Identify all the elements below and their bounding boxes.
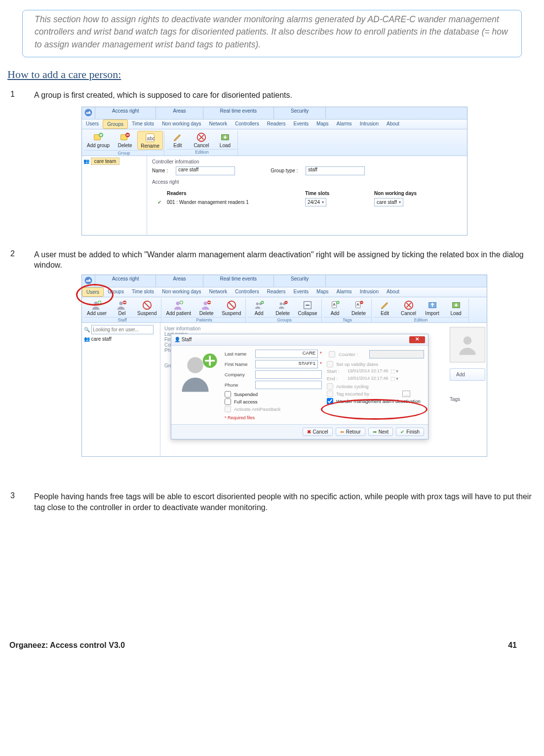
cat-patients: Patients — [163, 317, 245, 322]
subtab-timeslots[interactable]: Time slots — [128, 119, 158, 129]
subtab2-about[interactable]: About — [383, 287, 403, 297]
chk-apb — [225, 406, 231, 412]
add-group-button[interactable]: Add group — [84, 131, 113, 150]
col-slots: Time slots — [305, 190, 374, 197]
subtab-about[interactable]: About — [383, 119, 403, 129]
delete-patient-button[interactable]: Delete — [195, 299, 218, 317]
cycling-lbl: Activate cycling — [336, 384, 368, 389]
dlg-phone-fld[interactable] — [255, 381, 322, 389]
start-lbl: Start : — [327, 368, 346, 374]
suspend-patient-button[interactable]: Suspend — [219, 299, 244, 317]
subtab2-nwd[interactable]: Non working days — [158, 287, 205, 297]
tab-access-right[interactable]: Access right — [95, 107, 156, 119]
import-button[interactable]: Import — [421, 299, 444, 317]
subtab2-events[interactable]: Events — [289, 287, 312, 297]
load-button[interactable]: Load — [214, 131, 236, 149]
dlg-company-fld[interactable] — [255, 370, 322, 379]
subtab2-controllers[interactable]: Controllers — [231, 287, 263, 297]
edit2-button[interactable]: Edit — [374, 299, 396, 317]
grouptype-label: Group type : — [271, 168, 298, 173]
subtab2-maps[interactable]: Maps — [312, 287, 332, 297]
dlg-next-button[interactable]: ➡Next — [368, 428, 393, 436]
subtab2-groups[interactable]: Groups — [104, 287, 128, 297]
section-heading: How to add a care person: — [7, 68, 537, 81]
subtab-maps[interactable]: Maps — [312, 119, 332, 129]
tree-item-care-team[interactable]: care team — [91, 158, 119, 165]
slots-dd[interactable]: 24/24 — [305, 198, 326, 206]
add-patient-button[interactable]: Add patient — [163, 299, 194, 317]
subtab2-alarms[interactable]: Alarms — [333, 287, 356, 297]
escorted-browse: ... — [402, 391, 410, 397]
subtab-nwd[interactable]: Non working days — [158, 119, 205, 129]
tab-security[interactable]: Security — [274, 107, 326, 119]
step3-text: People having hands free tags will be ab… — [34, 491, 537, 513]
dlg-first-fld[interactable]: STAFF1 — [255, 360, 318, 368]
tab2-areas[interactable]: Areas — [156, 275, 203, 287]
subtab-readers[interactable]: Readers — [263, 119, 290, 129]
dlg-retour-button[interactable]: ⬅Retour — [336, 428, 365, 436]
dlg-finish-button[interactable]: ✔Finish — [396, 428, 424, 436]
add-user-button[interactable]: Add user — [84, 299, 110, 317]
subtab2-users[interactable]: Users — [82, 287, 104, 297]
tab-realtime[interactable]: Real time events — [203, 107, 274, 119]
intro-box: This section how to assign rights to dea… — [22, 10, 522, 57]
tagadd-lbl: Add — [331, 311, 340, 316]
chk-fullaccess[interactable] — [225, 398, 231, 405]
counter-lbl: Counter : — [339, 352, 367, 357]
cancel-button[interactable]: Cancel — [190, 131, 213, 149]
delete-button[interactable]: Delete — [114, 131, 136, 150]
suspend-user-button[interactable]: Suspend — [134, 299, 159, 317]
sub-tabs: Users Groups Time slots Non working days… — [82, 119, 467, 129]
dlg-close-button[interactable]: ✕ — [409, 336, 425, 343]
delpatient-lbl: Delete — [199, 311, 214, 316]
addpatient-lbl: Add patient — [166, 311, 192, 316]
group-del-button[interactable]: Delete — [272, 299, 294, 317]
search-input[interactable] — [91, 325, 154, 334]
subtab-users[interactable]: Users — [82, 119, 103, 129]
gadd-lbl: Add — [255, 311, 264, 316]
subtab2-timeslots[interactable]: Time slots — [128, 287, 158, 297]
chk-fullaccess-lbl: Full access — [234, 399, 258, 404]
tab2-access-right[interactable]: Access right — [95, 275, 156, 287]
subtab2-network[interactable]: Network — [205, 287, 232, 297]
del-user-button[interactable]: Del — [111, 299, 133, 317]
subtab2-intrusion[interactable]: Intrusion — [356, 287, 383, 297]
tab-areas[interactable]: Areas — [156, 107, 203, 119]
validity-lbl: Set up validity dates — [336, 361, 378, 367]
rename-button[interactable]: abc Rename — [137, 131, 163, 150]
sub-tabs2: Users Groups Time slots Non working days… — [82, 287, 487, 297]
check-icon: ✔ — [152, 199, 167, 206]
subtab-groups[interactable]: Groups — [103, 119, 128, 129]
side-strip: Add Tags — [450, 327, 485, 402]
tree-item2[interactable]: care staff — [91, 336, 112, 342]
tab2-security[interactable]: Security — [274, 275, 326, 287]
chk-wander[interactable] — [327, 398, 333, 404]
edit2-lbl: Edit — [381, 311, 389, 316]
add-side-button[interactable]: Add — [450, 368, 485, 381]
subtab-network[interactable]: Network — [205, 119, 232, 129]
tag-add-button[interactable]: A Add — [324, 299, 347, 317]
rename-label: Rename — [141, 143, 159, 149]
dlg-last-fld[interactable]: CARE — [255, 350, 318, 358]
group-add-button[interactable]: Add — [248, 299, 271, 317]
subtab-alarms[interactable]: Alarms — [333, 119, 356, 129]
dlg-last-lbl: Last name — [225, 351, 253, 357]
edit-button[interactable]: Edit — [166, 131, 189, 149]
subtab2-readers[interactable]: Readers — [263, 287, 290, 297]
chk-suspended[interactable] — [225, 391, 231, 398]
cancel2-button[interactable]: Cancel — [397, 299, 420, 317]
load2-button[interactable]: Load — [445, 299, 467, 317]
subtab-events[interactable]: Events — [289, 119, 312, 129]
nwd-dd[interactable]: care staff — [374, 198, 403, 206]
deluser-lbl: Del — [118, 311, 126, 316]
grouptype-field[interactable]: staff — [306, 166, 365, 175]
collapse-button[interactable]: Collapse — [295, 299, 320, 317]
dlg-cancel-button[interactable]: ✖Cancel — [303, 428, 333, 436]
tab2-realtime[interactable]: Real time events — [203, 275, 274, 287]
name-field[interactable]: care staff — [176, 166, 235, 175]
subtab-controllers[interactable]: Controllers — [231, 119, 263, 129]
tag-del-button[interactable]: A Delete — [348, 299, 370, 317]
staff-dialog: 👤 Staff ✕ Last nameCARE* First NameSTAFF… — [171, 334, 428, 439]
chk-apb-lbl: Activate AntiPassBack — [234, 406, 281, 412]
subtab-intrusion[interactable]: Intrusion — [356, 119, 383, 129]
